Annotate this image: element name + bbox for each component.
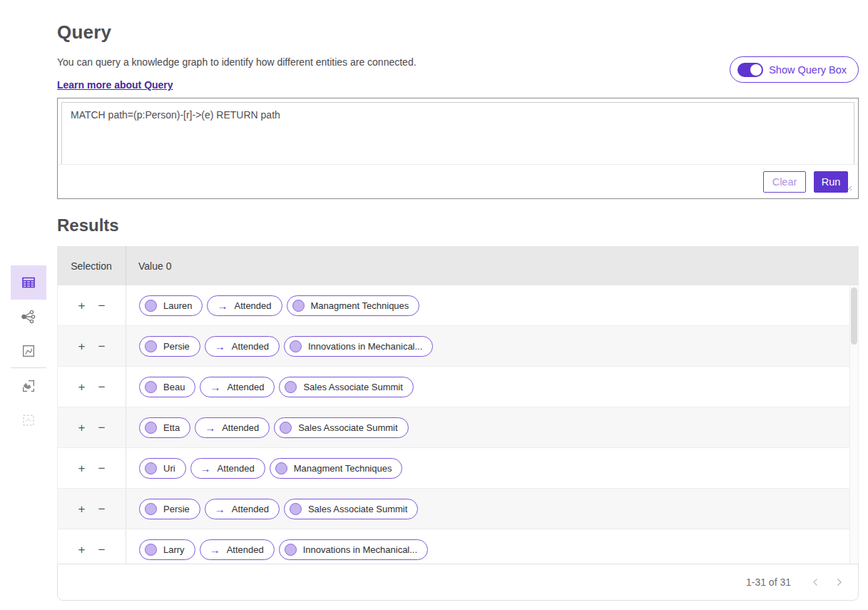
selection-cell: + − (58, 407, 126, 447)
relation-chip[interactable]: → Attended (205, 499, 280, 519)
entity-node-icon (275, 462, 287, 474)
show-query-box-toggle[interactable]: Show Query Box (730, 56, 859, 83)
clear-button[interactable]: Clear (763, 171, 806, 193)
person-chip[interactable]: Beau (139, 377, 195, 397)
link-chart-view-icon (20, 308, 37, 325)
map-view-button[interactable] (11, 377, 46, 395)
person-chip[interactable]: Persie (139, 336, 200, 357)
person-chip[interactable]: Larry (139, 539, 195, 560)
scrollbar-thumb[interactable] (851, 288, 857, 345)
entity-chip[interactable]: Innovations in Mechanical... (279, 539, 428, 560)
person-chip[interactable]: Lauren (139, 295, 203, 316)
add-row-button[interactable]: + (78, 300, 86, 312)
query-actions: Clear Run (58, 164, 858, 198)
entity-chip-label: Innovations in Mechanical... (308, 341, 422, 352)
entity-chip-label: Innovations in Mechanical... (303, 544, 417, 555)
entity-chip-label: Sales Associate Summit (298, 422, 397, 433)
sidebar-divider (11, 367, 46, 368)
arrow-right-icon: → (215, 341, 225, 352)
relation-chip[interactable]: → Attended (200, 377, 275, 397)
remove-row-button[interactable]: − (98, 544, 106, 556)
results-title: Results (57, 215, 119, 235)
person-chip-label: Lauren (163, 300, 192, 311)
entity-chip[interactable]: Managment Techniques (287, 295, 420, 316)
person-chip-label: Beau (163, 382, 185, 392)
relation-chip[interactable]: → Attended (207, 295, 282, 316)
relation-chip-label: Attended (234, 300, 271, 311)
prev-page-button[interactable] (810, 576, 822, 589)
table-view-button[interactable] (11, 265, 46, 300)
entity-node-icon (145, 300, 157, 312)
entity-node-icon (290, 503, 302, 515)
chart-view-button[interactable] (11, 342, 46, 360)
arrow-right-icon: → (205, 422, 215, 433)
add-row-button[interactable]: + (78, 381, 86, 393)
entity-node-icon (292, 300, 305, 312)
person-chip-label: Larry (163, 544, 185, 555)
entity-chip[interactable]: Innovations in Mechanical... (284, 336, 433, 357)
entity-chip[interactable]: Sales Associate Summit (274, 417, 408, 438)
link-chart-view-button[interactable] (11, 308, 46, 325)
arrow-right-icon: → (217, 300, 228, 311)
add-row-button[interactable]: + (78, 462, 86, 474)
learn-more-link[interactable]: Learn more about Query (57, 79, 173, 91)
results-rows: + − Lauren → Attended Managment Techniqu… (58, 285, 849, 564)
add-row-button[interactable]: + (78, 422, 86, 434)
table-row: + − Beau → Attended Sales Associate Summ… (58, 367, 849, 407)
entity-chip-label: Managment Techniques (294, 463, 392, 474)
results-panel: Selection Value 0 + − Lauren → Attended … (57, 246, 859, 601)
value-cell: Larry → Attended Innovations in Mechanic… (126, 539, 849, 560)
chart-view-icon (21, 343, 36, 359)
person-chip[interactable]: Uri (139, 458, 186, 479)
selection-cell: + − (58, 448, 126, 488)
add-row-button[interactable]: + (78, 544, 86, 556)
run-button[interactable]: Run (814, 171, 848, 193)
relation-chip-label: Attended (232, 341, 269, 352)
selection-cell: + − (58, 326, 126, 366)
column-header-value0: Value 0 (126, 260, 859, 272)
entity-node-icon (285, 544, 297, 556)
table-row: + − Etta → Attended Sales Associate Summ… (58, 407, 849, 448)
pagination-label: 1-31 of 31 (746, 576, 791, 588)
entity-chip[interactable]: Sales Associate Summit (279, 377, 413, 397)
remove-row-button[interactable]: − (98, 340, 106, 352)
person-chip[interactable]: Persie (139, 499, 200, 519)
remove-row-button[interactable]: − (98, 422, 106, 434)
entity-node-icon (145, 340, 157, 352)
person-chip-label: Etta (163, 422, 180, 433)
relation-chip-label: Attended (227, 382, 264, 392)
chevron-left-icon (811, 577, 821, 587)
table-row: + − Larry → Attended Innovations in Mech… (58, 529, 849, 564)
table-row: + − Lauren → Attended Managment Techniqu… (58, 285, 849, 326)
entity-chip[interactable]: Sales Associate Summit (284, 499, 418, 519)
value-cell: Lauren → Attended Managment Techniques (126, 295, 849, 316)
remove-row-button[interactable]: − (98, 300, 106, 312)
remove-row-button[interactable]: − (98, 381, 106, 393)
query-input[interactable]: MATCH path=(p:Person)-[r]->(e) RETURN pa… (61, 102, 854, 165)
toggle-switch-icon (737, 63, 763, 77)
entity-node-icon (145, 462, 157, 474)
person-chip[interactable]: Etta (139, 417, 190, 438)
page-header: Query You can query a knowledge graph to… (57, 21, 859, 91)
relation-chip[interactable]: → Attended (200, 539, 275, 560)
remove-row-button[interactable]: − (98, 462, 106, 474)
add-row-button[interactable]: + (78, 503, 86, 515)
entity-chip[interactable]: Managment Techniques (270, 458, 403, 479)
relation-chip[interactable]: → Attended (190, 458, 265, 479)
arrow-right-icon: → (210, 544, 220, 555)
selection-cell: + − (58, 529, 126, 564)
entity-node-icon (285, 381, 297, 393)
entity-node-icon (145, 503, 157, 515)
next-page-button[interactable] (832, 576, 845, 589)
relation-chip[interactable]: → Attended (195, 417, 270, 438)
map-view-icon (21, 378, 36, 394)
results-body: + − Lauren → Attended Managment Techniqu… (57, 285, 859, 564)
relation-chip[interactable]: → Attended (205, 336, 280, 357)
table-row: + − Uri → Attended Managment Techniques (58, 448, 849, 489)
add-row-button[interactable]: + (78, 340, 86, 352)
person-chip-label: Persie (163, 504, 190, 514)
remove-row-button[interactable]: − (98, 503, 106, 515)
value-cell: Uri → Attended Managment Techniques (126, 458, 849, 479)
vertical-scrollbar[interactable] (849, 285, 858, 564)
entity-node-icon (145, 422, 157, 434)
